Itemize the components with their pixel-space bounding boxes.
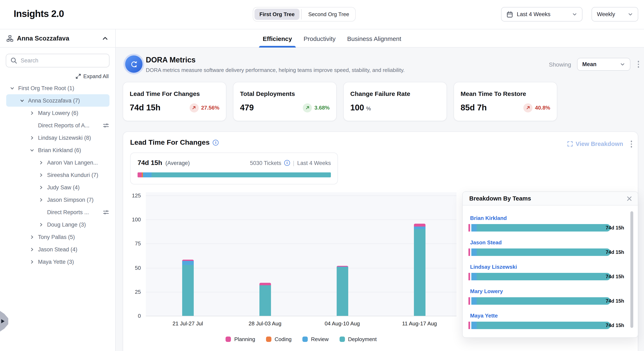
trend-up-arrow-icon bbox=[303, 103, 312, 112]
tab-bar: Efficiency Productivity Business Alignme… bbox=[116, 29, 644, 48]
scrollbar-thumb[interactable] bbox=[630, 211, 633, 328]
chevron-right-icon[interactable] bbox=[29, 110, 35, 116]
chevron-right-icon[interactable] bbox=[29, 259, 35, 265]
tree-item-brian-kirkland[interactable]: Brian Kirkland (6) bbox=[0, 144, 115, 156]
chart-bar[interactable] bbox=[259, 283, 271, 316]
tree-item-lindsay-liszewski[interactable]: Lindsay Liszewski (8) bbox=[0, 132, 115, 144]
aggregation-select[interactable]: Mean bbox=[577, 58, 630, 71]
tree-item-tony-pallas[interactable]: Tony Pallas (5) bbox=[0, 231, 115, 243]
average-caption: (Average) bbox=[166, 160, 190, 166]
chevron-right-icon[interactable] bbox=[38, 197, 44, 203]
org-tree: First Org Tree Root (1) Anna Scozzafava … bbox=[0, 82, 115, 268]
tree-item-label: First Org Tree Root (1) bbox=[18, 85, 74, 91]
chart-bar[interactable] bbox=[414, 223, 425, 316]
chevron-right-icon[interactable] bbox=[29, 246, 35, 252]
second-org-tree-button[interactable]: Second Org Tree bbox=[304, 9, 354, 20]
legend-item[interactable]: Deployment bbox=[339, 336, 377, 342]
average-meta: 5030 Tickets i | Last 4 Weeks bbox=[250, 160, 331, 166]
chart-card-title-row: Lead Time For Changes i bbox=[130, 139, 219, 147]
y-axis-label: 25 bbox=[135, 289, 141, 295]
metric-card-mean-time-to-restore[interactable]: Mean Time To Restore 85d 7h 40.8% bbox=[454, 82, 557, 121]
info-icon[interactable]: i bbox=[213, 140, 219, 146]
info-icon[interactable]: i bbox=[284, 160, 290, 166]
team-name-link[interactable]: Mary Lowery bbox=[470, 288, 503, 295]
team-name-link[interactable]: Lindsay Liszewski bbox=[470, 264, 517, 270]
sidebar-collapse-button[interactable] bbox=[101, 35, 109, 42]
team-bar-segment-review bbox=[471, 248, 477, 256]
tree-item-anna-scozzafava[interactable]: Anna Scozzafava (7) bbox=[6, 94, 110, 107]
team-name-link[interactable]: Maya Yette bbox=[470, 312, 498, 319]
tree-item-maya-yette[interactable]: Maya Yette (3) bbox=[0, 255, 115, 268]
metric-unit: % bbox=[366, 105, 371, 112]
dora-menu-kebab-icon[interactable] bbox=[636, 59, 641, 70]
tree-item-aaron-van-langen[interactable]: Aaron Van Langen... bbox=[0, 156, 115, 169]
chart-bar-segment-review bbox=[182, 261, 194, 265]
chart-bar[interactable] bbox=[336, 266, 348, 316]
chevron-down-icon[interactable] bbox=[29, 147, 35, 153]
legend-item[interactable]: Coding bbox=[266, 336, 292, 342]
tree-item-direct-reports-of-anna[interactable]: Direct Reports of A... bbox=[0, 119, 115, 132]
tree-item-direct-reports-of-brian[interactable]: Direct Reports ... bbox=[0, 206, 115, 218]
chevron-down-icon bbox=[628, 12, 633, 17]
y-axis-label: 0 bbox=[138, 313, 141, 319]
chart-bar[interactable] bbox=[182, 260, 194, 316]
granularity-select[interactable]: Weekly bbox=[592, 7, 638, 22]
chart-bar-segment-deployment bbox=[182, 265, 194, 316]
chevron-right-icon[interactable] bbox=[38, 184, 44, 190]
chevron-down-icon[interactable] bbox=[9, 85, 15, 91]
date-range-select[interactable]: Last 4 Weeks bbox=[501, 7, 582, 22]
legend-item[interactable]: Planning bbox=[226, 336, 255, 342]
close-icon bbox=[627, 196, 632, 201]
tree-item-first-org-tree-root[interactable]: First Org Tree Root (1) bbox=[0, 82, 115, 94]
metric-title: Lead Time For Changes bbox=[130, 90, 219, 97]
tab-productivity[interactable]: Productivity bbox=[303, 29, 336, 48]
sidebar-resize-handle[interactable] bbox=[0, 311, 8, 331]
search-input[interactable] bbox=[6, 54, 110, 67]
average-bar-segment-planning bbox=[138, 172, 142, 177]
legend-item[interactable]: Review bbox=[302, 336, 328, 342]
chart-menu-kebab-icon[interactable] bbox=[629, 139, 634, 149]
team-name-link[interactable]: Brian Kirkland bbox=[470, 215, 507, 222]
team-row: Lindsay Liszewski 74d 15h bbox=[468, 263, 632, 280]
filter-sliders-icon[interactable] bbox=[103, 122, 109, 128]
chevron-right-icon[interactable] bbox=[38, 160, 44, 165]
team-row: Jason Stead 74d 15h bbox=[468, 239, 632, 256]
chevron-right-icon[interactable] bbox=[29, 135, 35, 141]
chevron-down-icon[interactable] bbox=[19, 98, 25, 103]
metric-value: 100 % bbox=[350, 103, 371, 112]
tree-item-label: Jason Simpson (7) bbox=[47, 197, 94, 203]
metric-card-change-failure-rate[interactable]: Change Failure Rate 100 % bbox=[343, 82, 447, 121]
chevron-down-icon bbox=[572, 12, 577, 17]
tree-item-label: Tony Pallas (5) bbox=[38, 234, 75, 240]
average-summary-card: 74d 15h (Average) 5030 Tickets i | Last … bbox=[130, 153, 338, 184]
tree-item-doug-lange[interactable]: Doug Lange (3) bbox=[0, 218, 115, 231]
sidebar-header: Anna Scozzafava bbox=[0, 29, 115, 48]
chart-bar-segment-deployment bbox=[414, 229, 425, 316]
chart-card-title: Lead Time For Changes bbox=[130, 139, 210, 147]
chevron-right-icon[interactable] bbox=[38, 172, 44, 178]
chevron-right-icon[interactable] bbox=[29, 234, 35, 240]
tree-item-sireesha-kunduri[interactable]: Sireesha Kunduri (7) bbox=[0, 169, 115, 181]
metric-card-total-deployments[interactable]: Total Deployments 479 3.68% bbox=[233, 82, 337, 121]
tree-item-jason-stead[interactable]: Jason Stead (4) bbox=[0, 243, 115, 255]
bar-slot: 28 Jul-03 Aug bbox=[226, 192, 304, 316]
tab-business-alignment[interactable]: Business Alignment bbox=[346, 29, 402, 48]
first-org-tree-button[interactable]: First Org Tree bbox=[254, 9, 300, 20]
close-button[interactable] bbox=[626, 195, 633, 202]
expand-all-button[interactable]: Expand All bbox=[0, 73, 109, 79]
tree-item-label: Doug Lange (3) bbox=[47, 221, 86, 228]
tree-item-judy-saw[interactable]: Judy Saw (4) bbox=[0, 181, 115, 193]
tab-efficiency[interactable]: Efficiency bbox=[262, 29, 293, 48]
team-bar-segment-deployment bbox=[477, 248, 610, 256]
view-breakdown-button[interactable]: View Breakdown bbox=[567, 141, 623, 147]
meta-separator: | bbox=[293, 160, 294, 166]
team-name-link[interactable]: Jason Stead bbox=[470, 239, 502, 246]
tree-item-jason-simpson[interactable]: Jason Simpson (7) bbox=[0, 193, 115, 206]
tree-item-mary-lowery[interactable]: Mary Lowery (6) bbox=[0, 107, 115, 119]
metric-card-lead-time[interactable]: Lead Time For Changes 74d 15h 27.56% bbox=[123, 82, 226, 121]
bar-slot: 11 Aug-17 Aug bbox=[381, 192, 458, 316]
tree-indent-spacer bbox=[38, 209, 44, 215]
chevron-right-icon[interactable] bbox=[38, 222, 44, 227]
filter-sliders-icon[interactable] bbox=[103, 209, 109, 215]
team-bar: 74d 15h bbox=[468, 248, 610, 256]
